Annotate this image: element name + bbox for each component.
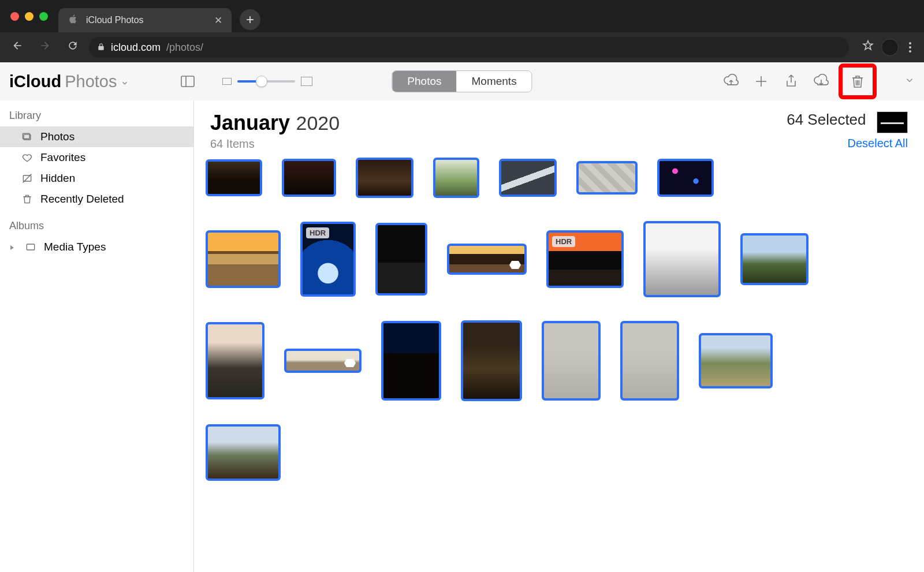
photo-thumb[interactable] — [620, 321, 679, 401]
photo-thumb[interactable]: HDR — [300, 222, 356, 297]
photo-thumb[interactable] — [356, 158, 413, 198]
apple-icon — [69, 14, 78, 26]
photo-thumb[interactable] — [699, 333, 773, 388]
browser-reload-button[interactable] — [61, 40, 84, 55]
photo-thumb[interactable] — [447, 244, 527, 275]
segment-moments[interactable]: Moments — [457, 71, 532, 92]
window-close-button[interactable] — [10, 12, 19, 21]
sidebar-header-library: Library — [0, 106, 193, 126]
hdr-badge: HDR — [306, 227, 329, 238]
disclosure-triangle-icon[interactable] — [9, 241, 17, 253]
browser-back-button[interactable] — [6, 40, 29, 55]
app-toolbar: iCloud Photos Photos Moments — [0, 62, 924, 100]
sidebar-header-albums: Albums — [0, 216, 193, 237]
main-content: January 2020 64 Items 64 Selected Desele… — [194, 100, 924, 572]
photo-thumb[interactable] — [657, 159, 714, 197]
photo-thumb[interactable] — [206, 424, 281, 481]
zoom-track[interactable] — [237, 80, 295, 83]
upload-button[interactable] — [718, 69, 744, 94]
svg-rect-0 — [181, 76, 194, 87]
browser-profile-avatar[interactable] — [881, 39, 899, 56]
sidebar-label: Photos — [40, 130, 74, 143]
photo-thumb[interactable] — [740, 233, 808, 285]
app-title-light: Photos — [65, 72, 117, 91]
window-controls — [10, 12, 48, 21]
thumbnail-zoom-slider[interactable] — [222, 77, 312, 86]
sidebar-item-media-types[interactable]: Media Types — [0, 237, 193, 257]
photos-stack-icon — [21, 131, 33, 143]
window-maximize-button[interactable] — [39, 12, 48, 21]
photo-thumb[interactable] — [576, 161, 638, 195]
selection-preview-thumb — [877, 111, 908, 133]
url-domain: icloud.com — [111, 42, 161, 54]
bookmark-star-icon[interactable] — [862, 39, 874, 55]
photo-thumb[interactable] — [643, 221, 721, 297]
share-button[interactable] — [778, 69, 804, 94]
selection-count: 64 Selected — [787, 111, 866, 128]
url-path: /photos/ — [166, 42, 203, 54]
hidden-icon — [21, 173, 33, 184]
svg-rect-11 — [27, 244, 34, 250]
browser-toolbar-right — [854, 39, 918, 56]
toggle-sidebar-button[interactable] — [175, 69, 200, 94]
expand-toolbar-button[interactable] — [904, 75, 915, 88]
browser-tabstrip: iCloud Photos ✕ + — [58, 0, 260, 32]
download-button[interactable] — [808, 69, 834, 94]
photo-thumb[interactable] — [206, 159, 262, 196]
tab-close-button[interactable]: ✕ — [214, 14, 222, 27]
new-tab-button[interactable]: + — [240, 9, 260, 30]
header-month: January — [210, 111, 290, 134]
photo-thumb[interactable] — [282, 159, 336, 197]
chevron-down-icon — [121, 72, 129, 91]
sidebar-item-photos[interactable]: Photos — [0, 126, 193, 147]
sidebar-label: Hidden — [40, 172, 75, 185]
window-minimize-button[interactable] — [25, 12, 33, 21]
deselect-all-link[interactable]: Deselect All — [787, 137, 908, 150]
main-header: January 2020 64 Items 64 Selected Desele… — [194, 100, 924, 155]
photo-thumb[interactable] — [206, 230, 281, 288]
icloud-photos-app: iCloud Photos Photos Moments — [0, 62, 924, 572]
zoom-small-icon — [222, 78, 232, 85]
app-title-dropdown[interactable]: iCloud Photos — [9, 72, 129, 91]
photo-thumb[interactable] — [433, 158, 479, 198]
lock-icon — [97, 43, 105, 53]
photo-thumb[interactable] — [381, 321, 441, 401]
panorama-icon — [344, 359, 356, 367]
hdr-badge: HDR — [552, 236, 575, 247]
photo-thumb[interactable] — [499, 159, 557, 197]
sidebar-label: Media Types — [44, 241, 106, 253]
photo-thumb[interactable] — [461, 320, 522, 401]
browser-menu-button[interactable] — [906, 42, 915, 53]
trash-icon — [21, 193, 33, 205]
browser-address-bar[interactable]: icloud.com/photos/ — [89, 37, 849, 58]
sidebar-item-favorites[interactable]: Favorites — [0, 147, 193, 168]
heart-icon — [21, 152, 33, 163]
browser-toolbar: icloud.com/photos/ — [0, 32, 924, 62]
photo-thumb[interactable]: HDR — [546, 230, 624, 288]
photo-grid[interactable]: HDR HDR — [194, 155, 924, 572]
segment-photos[interactable]: Photos — [392, 71, 456, 92]
add-button[interactable] — [748, 69, 774, 94]
app-title-strong: iCloud — [9, 72, 61, 91]
sidebar-label: Recently Deleted — [40, 193, 124, 205]
zoom-handle[interactable] — [256, 76, 267, 87]
photo-thumb[interactable] — [375, 223, 427, 296]
photo-thumb[interactable] — [206, 322, 264, 399]
view-mode-segmented: Photos Moments — [392, 70, 532, 92]
sidebar-label: Favorites — [40, 151, 85, 164]
browser-titlebar: iCloud Photos ✕ + — [0, 0, 924, 32]
browser-tab-title: iCloud Photos — [86, 15, 144, 25]
browser-tab-icloud-photos[interactable]: iCloud Photos ✕ — [58, 8, 232, 32]
photo-thumb[interactable] — [284, 349, 362, 373]
browser-forward-button[interactable] — [33, 40, 57, 55]
sidebar-item-hidden[interactable]: Hidden — [0, 168, 193, 189]
zoom-large-icon — [301, 77, 312, 86]
delete-button-highlight — [839, 63, 877, 99]
sidebar: Library Photos Favorites Hidden — [0, 100, 194, 572]
delete-button[interactable] — [846, 69, 869, 94]
photo-thumb[interactable] — [542, 321, 601, 401]
header-item-count: 64 Items — [210, 137, 340, 151]
sidebar-item-recently-deleted[interactable]: Recently Deleted — [0, 189, 193, 210]
panorama-icon — [509, 261, 521, 269]
album-icon — [24, 241, 37, 253]
